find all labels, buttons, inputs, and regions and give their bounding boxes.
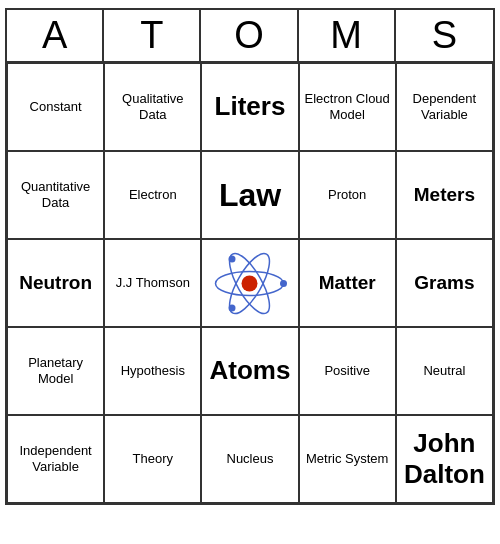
svg-point-4 (280, 280, 287, 287)
cell-3-1: Hypothesis (104, 327, 201, 415)
title-a: A (7, 10, 104, 61)
title-t: T (104, 10, 201, 61)
cell-1-1: Electron (104, 151, 201, 239)
title-s: S (396, 10, 493, 61)
cell-0-2: Liters (201, 63, 298, 151)
cell-4-0: Independent Variable (7, 415, 104, 503)
cell-2-0: Neutron (7, 239, 104, 327)
cell-4-3: Metric System (299, 415, 396, 503)
cell-4-1: Theory (104, 415, 201, 503)
cell-2-1: J.J Thomson (104, 239, 201, 327)
cell-1-0: Quantitative Data (7, 151, 104, 239)
cell-1-2: Law (201, 151, 298, 239)
atom-icon (212, 246, 287, 321)
cell-4-4: John Dalton (396, 415, 493, 503)
cell-0-1: Qualitative Data (104, 63, 201, 151)
cell-2-3: Matter (299, 239, 396, 327)
title-o: O (201, 10, 298, 61)
cell-0-3: Electron Cloud Model (299, 63, 396, 151)
cell-1-4: Meters (396, 151, 493, 239)
cell-0-4: Dependent Variable (396, 63, 493, 151)
cell-3-4: Neutral (396, 327, 493, 415)
cell-4-2: Nucleus (201, 415, 298, 503)
svg-point-6 (229, 304, 236, 311)
cell-3-2: Atoms (201, 327, 298, 415)
cell-0-0: Constant (7, 63, 104, 151)
title-m: M (299, 10, 396, 61)
svg-point-0 (242, 275, 258, 291)
svg-point-5 (229, 255, 236, 262)
bingo-grid: Constant Qualitative Data Liters Electro… (5, 61, 495, 505)
cell-2-4: Grams (396, 239, 493, 327)
cell-1-3: Proton (299, 151, 396, 239)
cell-2-2-atom (201, 239, 298, 327)
cell-3-3: Positive (299, 327, 396, 415)
title-row: A T O M S (5, 8, 495, 61)
bingo-card: A T O M S Constant Qualitative Data Lite… (5, 8, 495, 505)
cell-3-0: Planetary Model (7, 327, 104, 415)
